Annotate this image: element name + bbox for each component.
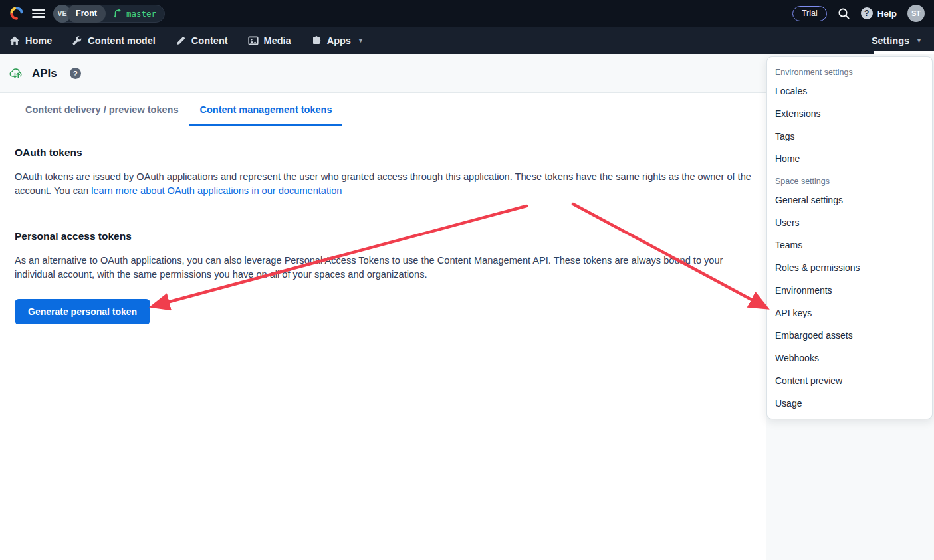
settings-menu-item-home[interactable]: Home	[767, 147, 932, 170]
nav-item-apps[interactable]: Apps ▼	[311, 27, 364, 54]
settings-menu-item-usage[interactable]: Usage	[767, 392, 932, 415]
nav-label: Media	[264, 35, 291, 46]
generate-personal-token-button[interactable]: Generate personal token	[15, 299, 150, 324]
space-breadcrumb: VE Front master	[53, 5, 165, 23]
settings-menu-item-general-settings[interactable]: General settings	[767, 189, 932, 211]
oauth-docs-link[interactable]: learn more about OAuth applications in o…	[91, 185, 342, 196]
nav-item-settings[interactable]: Settings ▼	[872, 27, 925, 54]
contentful-logo-icon[interactable]	[9, 6, 24, 21]
nav-item-content-model[interactable]: Content model	[72, 27, 156, 54]
apis-cloud-icon	[9, 66, 25, 80]
oauth-tokens-description: OAuth tokens are issued by OAuth applica…	[15, 170, 752, 197]
media-image-icon	[248, 35, 259, 46]
settings-menu-item-webhooks[interactable]: Webhooks	[767, 347, 932, 369]
settings-menu-item-tags[interactable]: Tags	[767, 125, 932, 147]
help-button[interactable]: ? Help	[861, 7, 897, 19]
page-header: APIs ?	[0, 54, 766, 93]
settings-menu-item-extensions[interactable]: Extensions	[767, 102, 932, 125]
main-content: OAuth tokens OAuth tokens are issued by …	[0, 127, 766, 324]
nav-item-media[interactable]: Media	[248, 27, 291, 54]
settings-menu-item-environments[interactable]: Environments	[767, 279, 932, 302]
home-icon	[9, 35, 20, 46]
settings-menu-item-users[interactable]: Users	[767, 211, 932, 234]
topbar: VE Front master Trial ? Help ST	[0, 0, 934, 27]
question-circle-icon: ?	[861, 7, 873, 19]
oauth-tokens-heading: OAuth tokens	[15, 147, 752, 159]
tabs: Content delivery / preview tokens Conten…	[0, 93, 766, 126]
settings-menu-item-embargoed-assets[interactable]: Embargoed assets	[767, 324, 932, 347]
menu-section-space-settings: Space settings	[767, 170, 932, 189]
apps-puzzle-icon	[311, 35, 322, 46]
branch-selector[interactable]: master	[106, 9, 156, 19]
page-title: APIs	[32, 67, 57, 80]
nav-item-content[interactable]: Content	[175, 27, 228, 54]
page-help-icon[interactable]: ?	[70, 68, 81, 79]
personal-access-tokens-heading: Personal access tokens	[15, 231, 752, 242]
branch-name: master	[126, 9, 156, 19]
help-label: Help	[877, 9, 897, 19]
settings-active-indicator	[874, 51, 934, 54]
nav-label: Content	[191, 35, 228, 46]
wrench-icon	[72, 35, 82, 46]
personal-access-tokens-description: As an alternative to OAuth applications,…	[15, 254, 752, 281]
hamburger-menu-icon[interactable]	[32, 9, 45, 18]
pen-icon	[175, 35, 186, 46]
tab-content-delivery-preview-tokens[interactable]: Content delivery / preview tokens	[15, 93, 189, 126]
git-branch-icon	[113, 9, 122, 18]
settings-menu-item-api-keys[interactable]: API keys	[767, 302, 932, 324]
settings-menu-item-locales[interactable]: Locales	[767, 80, 932, 102]
search-icon[interactable]	[838, 7, 850, 20]
tab-content-management-tokens[interactable]: Content management tokens	[189, 93, 342, 126]
settings-menu-item-teams[interactable]: Teams	[767, 234, 932, 256]
chevron-down-icon: ▼	[916, 37, 922, 44]
nav-item-home[interactable]: Home	[9, 27, 52, 54]
nav-label: Apps	[327, 35, 351, 46]
nav-label: Home	[25, 35, 52, 46]
chevron-down-icon: ▼	[358, 37, 364, 44]
nav-label: Settings	[872, 35, 909, 46]
user-avatar[interactable]: ST	[907, 5, 925, 22]
settings-menu-item-roles-permissions[interactable]: Roles & permissions	[767, 256, 932, 279]
main-navbar: Home Content model Content Media Apps ▼ …	[0, 27, 934, 54]
space-name-pill[interactable]: Front	[67, 5, 106, 23]
settings-menu-item-content-preview[interactable]: Content preview	[767, 369, 932, 392]
menu-section-environment-settings: Environment settings	[767, 61, 932, 80]
trial-badge: Trial	[792, 6, 827, 21]
nav-label: Content model	[88, 35, 156, 46]
settings-dropdown-menu: Environment settings Locales Extensions …	[766, 56, 933, 419]
